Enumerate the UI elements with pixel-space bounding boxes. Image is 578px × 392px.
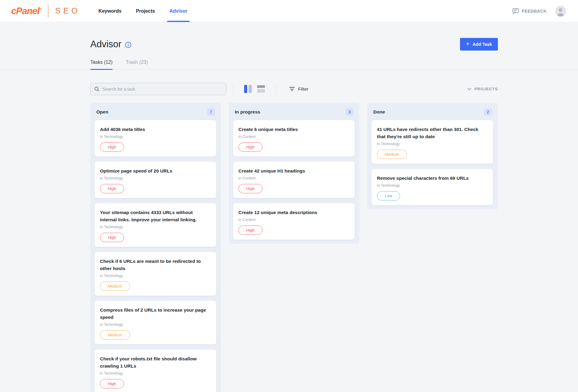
filter-label: Filter [298, 86, 308, 92]
task-card[interactable]: Check if your robots.txt file should dis… [95, 350, 216, 392]
task-project: in Content [238, 218, 349, 222]
cpanel-logo: cPanel [11, 6, 39, 17]
projects-dropdown[interactable]: PROJECTS [467, 87, 498, 91]
top-nav: cPanel ® SEO Keywords Projects Advisor F… [0, 0, 578, 22]
column-title: Done [373, 109, 385, 115]
info-icon[interactable] [125, 42, 132, 48]
column-header: In progress 3 [233, 106, 355, 120]
task-card[interactable]: Create 12 unique meta descriptions in Co… [233, 203, 355, 240]
task-card[interactable]: Optimize page speed of 20 URLs in Techno… [95, 162, 216, 198]
board-column: Open 7 Add 4036 meta titles in Technolog… [90, 103, 221, 392]
page-title: Advisor [90, 39, 121, 50]
column-title: Open [96, 109, 108, 115]
kanban-board: Open 7 Add 4036 meta titles in Technolog… [90, 103, 498, 392]
task-card[interactable]: Your sitemap contains 4333 URLs without … [95, 203, 216, 247]
column-count-badge: 7 [207, 108, 215, 116]
task-title: Check if your robots.txt file should dis… [100, 355, 211, 370]
task-title: 41 URLs have redirects other than 301. C… [377, 126, 488, 140]
task-project: in Technology [377, 142, 488, 146]
priority-badge: High [100, 233, 124, 242]
nav-item-keywords[interactable]: Keywords [98, 0, 121, 22]
priority-badge: High [238, 226, 263, 235]
task-title: Optimize page speed of 20 URLs [100, 167, 211, 175]
toolbar-divider [276, 84, 276, 94]
task-project: in Technology [100, 371, 211, 375]
task-title: Create 42 unique H1 headings [238, 167, 349, 175]
column-card-list: Add 4036 meta titles in Technology High … [95, 120, 216, 392]
task-title: Compress files of 2 URLs to increase you… [100, 306, 211, 321]
plus-icon: + [466, 41, 470, 47]
list-view-toggle[interactable] [257, 85, 265, 93]
task-card[interactable]: Check if 6 URLs are meant to be redirect… [95, 252, 216, 296]
column-card-list: Create 6 unique meta titles in Content H… [233, 120, 355, 240]
brand-divider [48, 5, 48, 17]
column-count-badge: 3 [346, 108, 353, 116]
nav-item-projects[interactable]: Projects [136, 0, 155, 22]
priority-badge: High [100, 379, 124, 388]
column-card-list: 41 URLs have redirects other than 301. C… [371, 120, 493, 205]
filter-button[interactable]: Filter [289, 86, 308, 92]
kanban-view-toggle[interactable] [244, 85, 252, 93]
user-avatar[interactable] [555, 6, 566, 17]
task-title: Create 6 unique meta titles [238, 126, 349, 133]
feedback-bubble-icon [512, 8, 519, 14]
brand-logo: cPanel ® SEO [11, 5, 80, 17]
priority-badge: Medium [100, 330, 130, 340]
tab-bar: Tasks (12) Trash (23) [90, 60, 498, 70]
task-project: in Content [238, 135, 349, 139]
task-project: in Technology [100, 274, 211, 278]
feedback-label: FEEDBACK [522, 9, 547, 14]
column-header: Done 2 [371, 106, 493, 120]
task-project: in Technology [377, 183, 488, 188]
task-title: Remove special characters from 69 URLs [377, 175, 488, 182]
priority-badge: High [100, 184, 124, 193]
task-title: Check if 6 URLs are meant to be redirect… [100, 258, 211, 272]
task-title: Your sitemap contains 4333 URLs without … [100, 209, 211, 223]
search-icon [94, 86, 100, 92]
task-project: in Content [238, 176, 349, 180]
seo-wordmark: SEO [55, 6, 80, 16]
tab-trash[interactable]: Trash (23) [126, 60, 148, 70]
board-column: Done 2 41 URLs have redirects other than… [367, 103, 498, 210]
toolbar-divider [233, 84, 233, 94]
tab-tasks[interactable]: Tasks (12) [90, 60, 113, 70]
priority-badge: Medium [377, 150, 407, 159]
task-search[interactable] [90, 83, 226, 95]
column-count-badge: 2 [484, 108, 492, 116]
feedback-button[interactable]: FEEDBACK [512, 8, 547, 14]
projects-label: PROJECTS [474, 87, 498, 91]
registered-mark: ® [39, 7, 42, 11]
task-project: in Technology [100, 135, 211, 139]
task-card[interactable]: Create 42 unique H1 headings in Content … [233, 162, 355, 198]
nav-item-advisor[interactable]: Advisor [169, 0, 188, 22]
task-card[interactable]: Add 4036 meta titles in Technology High [95, 120, 216, 157]
filter-icon [289, 87, 295, 91]
priority-badge: High [100, 142, 124, 152]
priority-badge: High [238, 142, 263, 152]
task-card[interactable]: Remove special characters from 69 URLs i… [371, 169, 493, 205]
priority-badge: High [238, 184, 263, 193]
task-title: Create 12 unique meta descriptions [238, 209, 349, 216]
task-card[interactable]: Create 6 unique meta titles in Content H… [233, 120, 355, 157]
task-project: in Technology [100, 322, 211, 327]
task-card[interactable]: 41 URLs have redirects other than 301. C… [371, 120, 493, 164]
add-task-label: Add Task [473, 42, 492, 47]
task-card[interactable]: Compress files of 2 URLs to increase you… [95, 301, 216, 344]
task-project: in Technology [100, 176, 211, 180]
priority-badge: Low [377, 191, 400, 201]
board-toolbar: Filter PROJECTS [90, 83, 498, 95]
board-column: In progress 3 Create 6 unique meta title… [229, 103, 359, 244]
priority-badge: Medium [100, 282, 130, 291]
column-header: Open 7 [95, 106, 216, 120]
task-project: in Technology [100, 225, 211, 229]
task-title: Add 4036 meta titles [100, 126, 211, 133]
add-task-button[interactable]: + Add Task [460, 38, 498, 51]
chevron-down-icon [467, 88, 471, 90]
column-title: In progress [235, 109, 260, 115]
search-input[interactable] [102, 87, 222, 92]
main-nav: Keywords Projects Advisor [98, 0, 187, 22]
